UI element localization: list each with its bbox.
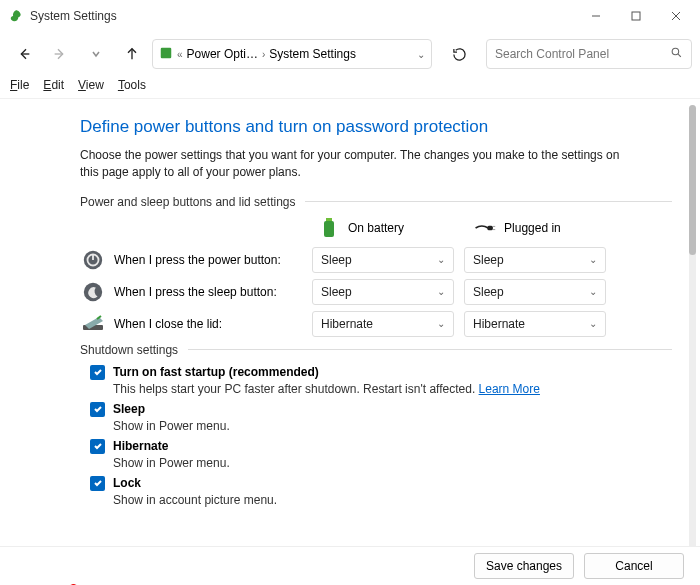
lock-label: Lock (113, 476, 141, 490)
chk-lock: Lock Show in account picture menu. (90, 476, 672, 507)
svg-rect-12 (487, 225, 493, 230)
col-plugged-label: Plugged in (504, 221, 561, 235)
chevron-down-icon: ⌄ (437, 286, 445, 297)
sleep-plugged-select[interactable]: Sleep⌄ (464, 279, 606, 305)
hibernate-desc: Show in Power menu. (113, 456, 672, 470)
lock-checkbox[interactable] (90, 476, 105, 491)
group-shutdown: Shutdown settings (80, 343, 672, 357)
lid-icon (80, 311, 106, 337)
sleep-label: Sleep (113, 402, 145, 416)
svg-rect-1 (632, 12, 640, 20)
svg-rect-10 (326, 218, 332, 221)
breadcrumb-sep-icon: › (262, 49, 265, 60)
plug-icon (474, 217, 496, 239)
search-icon (670, 46, 683, 62)
minimize-button[interactable] (576, 2, 616, 30)
cancel-button[interactable]: Cancel (584, 553, 684, 579)
row-sleep-button: When I press the sleep button: Sleep⌄ Sl… (80, 279, 672, 305)
svg-rect-11 (324, 221, 334, 237)
sleep-checkbox[interactable] (90, 402, 105, 417)
save-button[interactable]: Save changes (474, 553, 574, 579)
svg-point-8 (672, 48, 679, 55)
scrollbar-thumb[interactable] (689, 105, 696, 255)
menubar: File Edit View Tools (0, 76, 700, 98)
group-power-buttons: Power and sleep buttons and lid settings (80, 195, 672, 209)
fast-startup-label: Turn on fast startup (recommended) (113, 365, 319, 379)
search-input[interactable]: Search Control Panel (486, 39, 692, 69)
chevron-down-icon: ⌄ (589, 286, 597, 297)
lock-desc: Show in account picture menu. (113, 493, 672, 507)
sleep-desc: Show in Power menu. (113, 419, 672, 433)
learn-more-link[interactable]: Learn More (479, 382, 540, 396)
row-sleep-label: When I press the sleep button: (114, 285, 312, 299)
row-power-label: When I press the power button: (114, 253, 312, 267)
hibernate-label: Hibernate (113, 439, 168, 453)
chevron-down-icon: ⌄ (437, 254, 445, 265)
breadcrumb-seg-1[interactable]: Power Opti… (187, 47, 258, 61)
chevron-down-icon: ⌄ (589, 318, 597, 329)
row-lid-label: When I close the lid: (114, 317, 312, 331)
titlebar: System Settings (0, 0, 700, 32)
column-headers: On battery Plugged in (318, 217, 672, 239)
chevron-down-icon: ⌄ (437, 318, 445, 329)
app-icon (8, 8, 24, 24)
power-battery-select[interactable]: Sleep⌄ (312, 247, 454, 273)
menu-edit[interactable]: Edit (43, 78, 64, 92)
page-intro: Choose the power settings that you want … (80, 147, 640, 181)
power-button-icon (80, 247, 106, 273)
breadcrumb-chevron-icon: « (177, 49, 183, 60)
recent-button[interactable] (80, 38, 112, 70)
col-battery-label: On battery (348, 221, 404, 235)
footer: Save changes Cancel (0, 546, 700, 584)
row-power-button: When I press the power button: Sleep⌄ Sl… (80, 247, 672, 273)
close-button[interactable] (656, 2, 696, 30)
refresh-button[interactable] (444, 39, 474, 69)
fast-startup-desc: This helps start your PC faster after sh… (113, 382, 672, 396)
row-lid: When I close the lid: Hibernate⌄ Hiberna… (80, 311, 672, 337)
hibernate-checkbox[interactable] (90, 439, 105, 454)
breadcrumb-seg-2[interactable]: System Settings (269, 47, 356, 61)
search-placeholder: Search Control Panel (495, 47, 670, 61)
up-button[interactable] (116, 38, 148, 70)
address-dropdown-icon[interactable]: ⌄ (417, 49, 425, 60)
scrollbar[interactable] (689, 105, 696, 573)
menu-file[interactable]: File (10, 78, 29, 92)
svg-line-9 (678, 54, 681, 57)
chk-sleep: Sleep Show in Power menu. (90, 402, 672, 433)
lid-plugged-select[interactable]: Hibernate⌄ (464, 311, 606, 337)
control-panel-icon (159, 46, 173, 63)
address-bar[interactable]: « Power Opti… › System Settings ⌄ (152, 39, 432, 69)
sleep-button-icon (80, 279, 106, 305)
battery-icon (318, 217, 340, 239)
page-heading: Define power buttons and turn on passwor… (80, 117, 672, 137)
forward-button[interactable] (44, 38, 76, 70)
svg-rect-7 (161, 47, 172, 58)
back-button[interactable] (8, 38, 40, 70)
menu-view[interactable]: View (78, 78, 104, 92)
maximize-button[interactable] (616, 2, 656, 30)
lid-battery-select[interactable]: Hibernate⌄ (312, 311, 454, 337)
menu-tools[interactable]: Tools (118, 78, 146, 92)
fast-startup-checkbox[interactable] (90, 365, 105, 380)
chk-fast-startup: Turn on fast startup (recommended) This … (90, 365, 672, 396)
chevron-down-icon: ⌄ (589, 254, 597, 265)
window-title: System Settings (30, 9, 117, 23)
power-plugged-select[interactable]: Sleep⌄ (464, 247, 606, 273)
sleep-battery-select[interactable]: Sleep⌄ (312, 279, 454, 305)
content-area: Define power buttons and turn on passwor… (0, 98, 700, 584)
navbar: « Power Opti… › System Settings ⌄ Search… (0, 32, 700, 76)
chk-hibernate: Hibernate Show in Power menu. (90, 439, 672, 470)
